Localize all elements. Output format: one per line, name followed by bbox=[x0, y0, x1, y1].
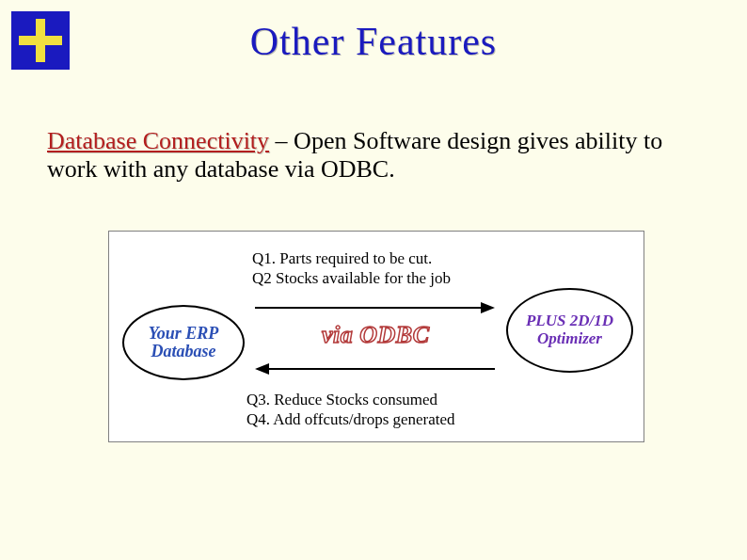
page-title: Other Features bbox=[0, 19, 747, 64]
optimizer-node: PLUS 2D/1D Optimizer bbox=[506, 288, 633, 373]
via-odbc-label: via ODBC bbox=[322, 321, 430, 349]
diagram-bottom-captions: Q3. Reduce Stocks consumed Q4. Add offcu… bbox=[246, 390, 548, 430]
description-lead: Database Connectivity bbox=[47, 127, 269, 154]
svg-marker-5 bbox=[255, 363, 269, 375]
description-text: Database Connectivity – Open Software de… bbox=[47, 127, 706, 184]
odbc-diagram: Q1. Parts required to be cut. Q2 Stocks … bbox=[108, 231, 644, 442]
diagram-top-captions: Q1. Parts required to be cut. Q2 Stocks … bbox=[252, 248, 525, 289]
erp-database-node: Your ERP Database bbox=[122, 305, 245, 380]
caption-q3: Q3. Reduce Stocks consumed bbox=[246, 390, 548, 409]
erp-label-line1: Your ERP bbox=[149, 325, 219, 343]
optimizer-label-line2: Optimizer bbox=[537, 330, 602, 348]
optimizer-label-line1: PLUS 2D/1D bbox=[526, 312, 613, 330]
svg-marker-3 bbox=[481, 302, 495, 313]
erp-label-line2: Database bbox=[151, 343, 216, 360]
arrow-left-icon bbox=[255, 363, 495, 375]
description-sep: – bbox=[269, 127, 294, 154]
caption-q2: Q2 Stocks available for the job bbox=[252, 268, 525, 288]
caption-q1: Q1. Parts required to be cut. bbox=[252, 248, 525, 268]
caption-q4: Q4. Add offcuts/drops generated bbox=[246, 409, 548, 429]
arrow-right-icon bbox=[255, 302, 495, 313]
